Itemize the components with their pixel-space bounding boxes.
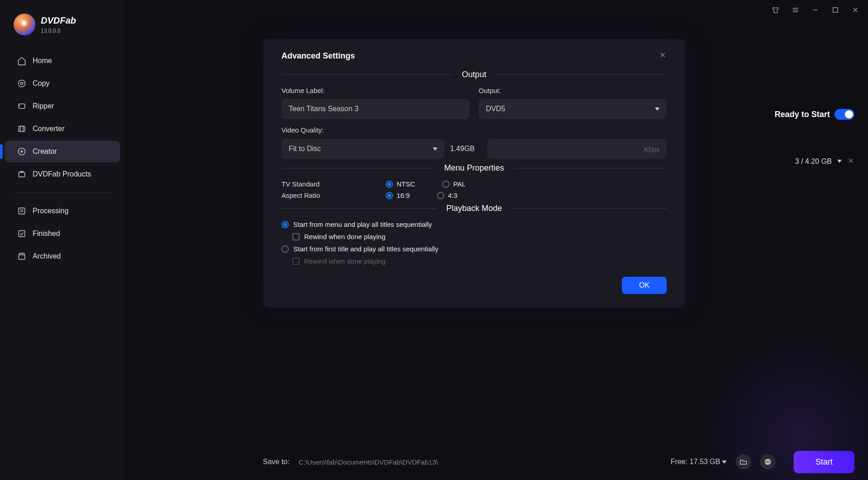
sidebar-item-label: Home	[33, 57, 52, 65]
brand-logo-icon	[14, 14, 35, 35]
svg-text:ISO: ISO	[766, 460, 770, 463]
sidebar-item-label: Creator	[33, 147, 57, 156]
aspect-ratio-lbl: Aspect Ratio	[281, 191, 386, 199]
brand-name: DVDFab	[41, 15, 76, 26]
advanced-settings-modal: Advanced Settings Output Volume Label: O…	[263, 39, 685, 308]
chevron-down-icon	[433, 147, 437, 151]
svg-rect-9	[19, 255, 24, 260]
start-button[interactable]: Start	[794, 451, 854, 473]
radio-icon	[437, 192, 444, 199]
sidebar-item-home[interactable]: Home	[5, 50, 120, 72]
ok-button[interactable]: OK	[622, 277, 667, 294]
archived-icon	[17, 252, 26, 261]
video-quality-value: Fit to Disc	[289, 145, 321, 153]
sidebar-item-label: Processing	[33, 207, 68, 215]
radio-icon	[386, 192, 393, 199]
svg-point-5	[21, 151, 23, 153]
free-space: Free: 17.53 GB	[671, 458, 727, 466]
maximize-button[interactable]	[831, 5, 840, 15]
svg-rect-3	[19, 126, 24, 132]
svg-rect-10	[833, 8, 838, 13]
minimize-button[interactable]	[811, 5, 820, 15]
size-text: 3 / 4.20 GB	[795, 157, 832, 166]
bitrate-input[interactable]: Kbps	[487, 139, 667, 159]
sidebar-item-products[interactable]: DVDFab Products	[5, 163, 120, 185]
modal-title: Advanced Settings	[281, 51, 355, 61]
nav-main: Home Copy Ripper Converter Creator DVDFa…	[0, 49, 125, 268]
processing-icon	[17, 206, 26, 216]
tv-ntsc-label: NTSC	[397, 180, 415, 188]
sidebar-item-creator[interactable]: Creator	[5, 141, 120, 162]
video-quality-lbl: Video Quality:	[281, 126, 324, 134]
ready-label: Ready to Start	[775, 110, 830, 119]
sidebar-item-processing[interactable]: Processing	[5, 200, 120, 222]
kbps-placeholder: Kbps	[644, 145, 659, 153]
sidebar-item-finished[interactable]: Finished	[5, 223, 120, 245]
play-from-first-radio[interactable]	[281, 245, 289, 253]
tv-standard-lbl: TV Standard	[281, 180, 386, 188]
output-section-title: Output	[462, 70, 486, 79]
output-select[interactable]: DVD5	[479, 99, 667, 119]
products-icon	[17, 170, 26, 179]
sidebar-item-converter[interactable]: Converter	[5, 118, 120, 140]
iso-button[interactable]: ISO	[760, 454, 776, 470]
rewind-checkbox-1[interactable]	[292, 233, 300, 240]
output-select-value: DVD5	[486, 105, 505, 113]
playback-mode-section-title: Playback Mode	[446, 204, 502, 213]
close-window-button[interactable]	[851, 5, 860, 15]
radio-icon	[281, 245, 289, 253]
rewind-label-1: Rewind when done playing	[304, 233, 385, 240]
chevron-down-icon	[655, 108, 659, 111]
main-area: Ready to Start 3 / 4.20 GB Advanced Sett…	[125, 0, 868, 480]
folder-button[interactable]	[736, 454, 751, 470]
sidebar: DVDFab 13.0.0.0 Home Copy Ripper Convert…	[0, 0, 125, 480]
play-from-first-label: Start from first title and play all titl…	[293, 245, 438, 253]
sidebar-item-label: Ripper	[33, 102, 54, 110]
creator-icon	[17, 147, 26, 156]
sidebar-item-archived[interactable]: Archived	[5, 245, 120, 267]
nav-divider	[14, 192, 111, 193]
bottom-bar: Save to: C:\Users\fab\Documents\DVDFab\D…	[249, 444, 868, 480]
sidebar-item-copy[interactable]: Copy	[5, 73, 120, 94]
sidebar-item-ripper[interactable]: Ripper	[5, 95, 120, 117]
sidebar-item-label: Archived	[33, 252, 61, 260]
play-from-menu-label: Start from menu and play all titles sequ…	[293, 220, 432, 228]
window-controls	[771, 5, 860, 15]
close-modal-button[interactable]	[659, 51, 667, 61]
home-icon	[17, 56, 26, 65]
volume-label-lbl: Volume Label:	[281, 87, 470, 94]
aspect-169-label: 16:9	[397, 191, 410, 199]
menu-icon[interactable]	[791, 5, 800, 15]
radio-icon	[386, 181, 393, 188]
video-quality-select[interactable]: Fit to Disc	[281, 139, 445, 159]
save-path[interactable]: C:\Users\fab\Documents\DVDFab\DVDFab13\	[299, 458, 662, 466]
tv-pal-label: PAL	[453, 180, 466, 188]
finished-icon	[17, 229, 26, 238]
sidebar-item-label: Converter	[33, 125, 64, 133]
aspect-43-radio[interactable]: 4:3	[437, 191, 457, 199]
svg-point-1	[21, 83, 23, 85]
volume-label-input[interactable]	[281, 99, 470, 119]
background-task-panel: Ready to Start 3 / 4.20 GB	[755, 109, 854, 167]
tv-ntsc-radio[interactable]: NTSC	[386, 180, 415, 188]
svg-rect-6	[19, 172, 24, 177]
sidebar-item-label: Finished	[33, 230, 60, 238]
ready-toggle[interactable]	[834, 109, 854, 120]
brand: DVDFab 13.0.0.0	[0, 9, 125, 44]
aspect-43-label: 4:3	[448, 191, 457, 199]
tv-pal-radio[interactable]: PAL	[442, 180, 466, 188]
remove-task-button[interactable]	[847, 156, 854, 167]
estimated-size: 1.49GB	[450, 145, 482, 153]
radio-icon	[281, 221, 289, 228]
shirt-icon[interactable]	[771, 5, 780, 15]
play-from-menu-radio[interactable]	[281, 221, 289, 228]
chevron-down-icon[interactable]	[722, 460, 727, 464]
ripper-icon	[17, 102, 26, 111]
chevron-down-icon[interactable]	[837, 160, 842, 163]
svg-point-0	[19, 80, 25, 87]
aspect-169-radio[interactable]: 16:9	[386, 191, 410, 199]
save-to-label: Save to:	[263, 458, 290, 466]
radio-icon	[442, 181, 450, 188]
free-space-text: Free: 17.53 GB	[671, 458, 720, 466]
sidebar-item-label: Copy	[33, 79, 49, 88]
